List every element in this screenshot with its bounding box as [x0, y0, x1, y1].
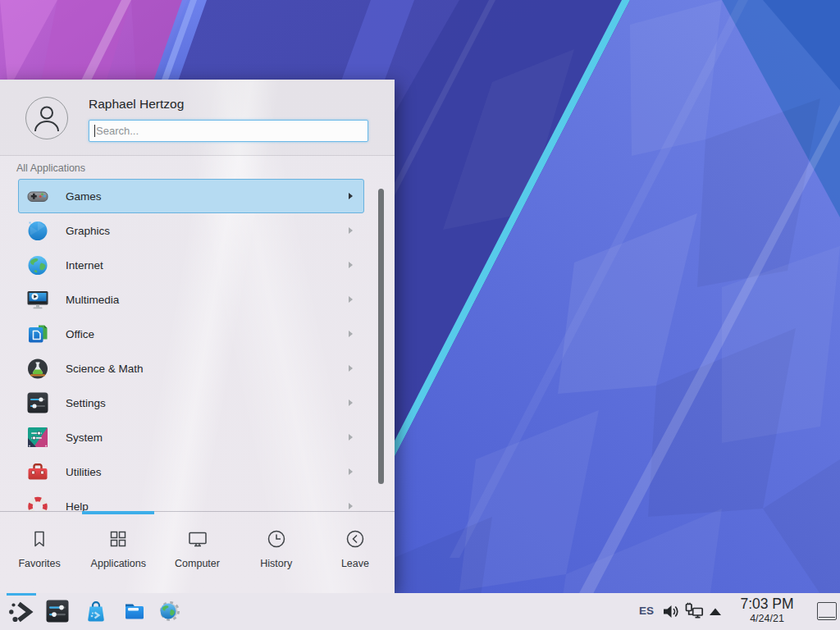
- favorites-icon: [28, 527, 51, 550]
- digital-clock[interactable]: 7:03 PM 4/24/21: [727, 596, 807, 625]
- settings-icon: [25, 390, 50, 415]
- menu-item-label: Office: [66, 328, 349, 340]
- menu-item-multimedia[interactable]: Multimedia: [18, 282, 364, 317]
- applications-icon: [107, 527, 130, 550]
- history-icon: [265, 527, 288, 550]
- clock-date: 4/24/21: [727, 613, 807, 625]
- menu-item-office[interactable]: Office: [18, 317, 364, 351]
- menu-item-system[interactable]: System: [18, 420, 364, 454]
- utilities-icon: [25, 459, 50, 484]
- tab-favorites[interactable]: Favorites: [0, 512, 79, 593]
- tab-computer[interactable]: Computer: [158, 512, 236, 593]
- launcher-active-indicator: [7, 593, 36, 596]
- submenu-arrow-icon: [349, 434, 353, 441]
- menu-item-label: Internet: [66, 259, 349, 272]
- computer-icon: [186, 527, 209, 550]
- search-input[interactable]: Search...: [89, 120, 368, 142]
- tab-label: Leave: [316, 558, 395, 569]
- network-wired-icon[interactable]: [684, 601, 705, 622]
- menu-item-utilities[interactable]: Utilities: [18, 454, 364, 489]
- internet-icon: [25, 253, 50, 277]
- menu-item-science-math[interactable]: Science & Math: [18, 351, 364, 386]
- menu-item-help[interactable]: Help: [18, 489, 364, 511]
- desktop: Raphael Hertzog Search... All Applicatio…: [0, 0, 840, 630]
- office-icon: [25, 322, 50, 346]
- submenu-arrow-icon: [349, 296, 353, 303]
- tab-applications[interactable]: Applications: [79, 512, 158, 593]
- menu-item-label: System: [66, 431, 349, 444]
- volume-icon[interactable]: [661, 602, 680, 621]
- show-desktop-button[interactable]: [817, 602, 837, 620]
- launcher-tab-bar: Favorites Applications C: [0, 511, 395, 593]
- text-caret: [94, 125, 95, 137]
- system-settings-icon[interactable]: [44, 598, 71, 624]
- expand-tray-icon[interactable]: [709, 608, 722, 616]
- submenu-arrow-icon: [349, 331, 353, 337]
- taskbar-panel: ES 7:03 PM 4/24/21: [0, 593, 840, 630]
- submenu-arrow-icon: [349, 193, 353, 199]
- multimedia-icon: [25, 287, 50, 312]
- tab-history[interactable]: History: [237, 512, 316, 593]
- menu-item-label: Multimedia: [66, 294, 349, 306]
- section-label: All Applications: [16, 162, 85, 174]
- application-launcher-icon[interactable]: [7, 597, 36, 627]
- launcher-header: Raphael Hertzog Search...: [0, 80, 395, 156]
- help-icon: [25, 494, 50, 511]
- application-launcher-popup: Raphael Hertzog Search... All Applicatio…: [0, 80, 395, 593]
- submenu-arrow-icon: [349, 503, 353, 509]
- submenu-arrow-icon: [349, 227, 353, 234]
- menu-item-games[interactable]: Games: [18, 179, 364, 213]
- tab-label: Favorites: [0, 558, 79, 569]
- application-category-list: Games Graphics: [0, 179, 395, 511]
- menu-item-label: Settings: [66, 397, 349, 409]
- search-placeholder: Search...: [96, 125, 139, 137]
- tab-label: History: [237, 558, 316, 569]
- system-icon: [25, 425, 50, 450]
- menu-item-label: Help: [66, 500, 349, 512]
- dolphin-icon[interactable]: [121, 598, 148, 624]
- menu-item-label: Games: [66, 190, 349, 203]
- submenu-arrow-icon: [349, 365, 353, 372]
- submenu-arrow-icon: [349, 399, 353, 406]
- menu-item-label: Science & Math: [66, 363, 349, 375]
- keyboard-layout-indicator[interactable]: ES: [639, 605, 654, 617]
- graphics-icon: [25, 218, 50, 243]
- tab-label: Applications: [79, 558, 158, 569]
- discover-icon[interactable]: [83, 598, 109, 624]
- user-avatar-icon: [25, 97, 68, 139]
- konqueror-icon[interactable]: [156, 598, 182, 624]
- menu-item-label: Utilities: [66, 466, 349, 478]
- games-icon: [25, 184, 50, 208]
- menu-item-label: Graphics: [66, 225, 349, 237]
- menu-item-internet[interactable]: Internet: [18, 248, 364, 282]
- submenu-arrow-icon: [349, 468, 353, 475]
- tab-leave[interactable]: Leave: [316, 512, 395, 593]
- clock-time: 7:03 PM: [727, 596, 807, 613]
- menu-item-graphics[interactable]: Graphics: [18, 213, 364, 248]
- submenu-arrow-icon: [349, 262, 353, 268]
- list-scrollbar[interactable]: [378, 189, 384, 484]
- leave-icon: [344, 527, 367, 550]
- science-icon: [25, 356, 50, 381]
- user-name: Raphael Hertzog: [89, 97, 184, 112]
- menu-item-settings[interactable]: Settings: [18, 386, 364, 420]
- tab-label: Computer: [158, 558, 236, 569]
